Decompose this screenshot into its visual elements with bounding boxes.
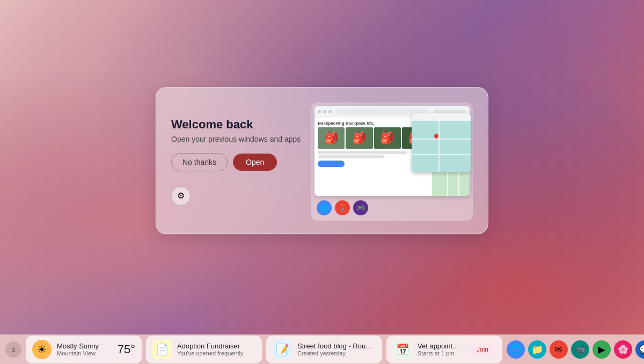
preview-app-icons: 🌐 📍 🎮 <box>314 199 470 216</box>
weather-card[interactable]: ☀ Mostly Sunny Mountain View 75° <box>26 336 142 363</box>
product-desc-line1 <box>318 151 406 154</box>
browser-dot-3 <box>328 110 332 113</box>
fundraiser-icon: 📄 <box>152 340 172 359</box>
product-item-2: 🎒 <box>346 127 372 149</box>
dock-play[interactable]: ▶ <box>592 340 611 359</box>
launcher-button[interactable]: ○ <box>5 341 21 358</box>
settings-icon-button[interactable]: ⚙ <box>171 186 191 206</box>
blog-title: Street food blog - Rough draft <box>297 342 376 350</box>
preview-map-overlay <box>412 113 471 172</box>
map-overlay-road1 <box>412 139 471 140</box>
vet-title: Vet appointment <box>418 342 464 350</box>
files-dock-icon: 📁 <box>531 344 543 355</box>
dialog-title: Welcome back <box>171 118 301 132</box>
browser-dot-1 <box>318 110 321 113</box>
dock-gmail[interactable]: ✉ <box>550 340 568 359</box>
blog-card[interactable]: 📝 Street food blog - Rough draft Created… <box>266 336 382 363</box>
blog-subtitle: Created yesterday <box>297 350 376 356</box>
vet-card[interactable]: 📅 Vet appointment Starts at 1 pm Join <box>386 336 502 363</box>
fundraiser-title: Adoption Fundraiser <box>177 342 255 350</box>
dialog-left: Welcome back Open your previous windows … <box>171 118 301 206</box>
weather-title: Mostly Sunny <box>57 342 112 350</box>
system-tray: 🌐 📁 ✉ 📹 ▶ 🌸 💬 ▶ 📺 <box>507 340 644 359</box>
weather-subtitle: Mountain View <box>57 350 112 356</box>
weather-icon: ☀ <box>32 340 52 359</box>
vet-text: Vet appointment Starts at 1 pm <box>418 342 464 356</box>
photos-dock-icon: 🌸 <box>618 344 628 354</box>
dock-area: 🌐 📁 ✉ 📹 ▶ 🌸 💬 ▶ <box>507 340 644 359</box>
play-dock-icon: ▶ <box>598 344 605 355</box>
no-thanks-button[interactable]: No thanks <box>171 153 228 171</box>
vet-icon: 📅 <box>393 340 412 359</box>
chrome-icon: 🌐 <box>320 203 329 212</box>
screen-frame: Welcome back Open your previous windows … <box>10 10 634 334</box>
product-btn <box>318 161 345 167</box>
map-overlay-road3 <box>438 121 440 172</box>
taskbar: ○ ☀ Mostly Sunny Mountain View 75° 📄 Ado… <box>0 334 644 364</box>
dialog-subtitle: Open your previous windows and apps <box>171 135 301 143</box>
gmail-dock-icon: ✉ <box>555 344 562 354</box>
map-window-bar <box>412 113 471 121</box>
maps-icon: 📍 <box>338 203 347 212</box>
join-button[interactable]: Join <box>469 343 496 356</box>
suggestions-row: ☀ Mostly Sunny Mountain View 75° 📄 Adopt… <box>26 336 502 363</box>
dialog-buttons: No thanks Open <box>171 153 301 171</box>
welcome-dialog: Welcome back Open your previous windows … <box>156 87 488 234</box>
app3-icon: 🎮 <box>356 203 365 212</box>
product-item-3: 🎒 <box>374 127 401 149</box>
weather-text: Mostly Sunny Mountain View <box>57 342 112 356</box>
open-button[interactable]: Open <box>233 154 277 171</box>
dock-chrome[interactable]: 🌐 <box>507 340 525 359</box>
preview-chrome-icon: 🌐 <box>317 200 332 215</box>
dock-photos[interactable]: 🌸 <box>614 340 632 359</box>
meet-dock-icon: 📹 <box>575 344 586 354</box>
launcher-icon: ○ <box>11 345 16 354</box>
chrome-dock-icon: 🌐 <box>510 344 522 355</box>
map-overlay-road2 <box>412 154 471 155</box>
product-desc-line2 <box>318 155 384 158</box>
vet-subtitle: Starts at 1 pm <box>418 350 464 356</box>
preview-app3-icon: 🎮 <box>353 200 368 215</box>
messages-dock-icon: 💬 <box>639 344 644 354</box>
weather-temp: 75° <box>118 343 135 356</box>
product-item-1: 🎒 <box>318 127 345 149</box>
browser-dot-2 <box>323 110 326 113</box>
blog-icon: 📝 <box>273 340 292 359</box>
fundraiser-subtitle: You've opened frequently <box>177 350 255 356</box>
dialog-preview: Backpacking Backpack 65L 🎒 🎒 🎒 🎒 <box>311 103 473 221</box>
dock-files[interactable]: 📁 <box>528 340 546 359</box>
fundraiser-card[interactable]: 📄 Adoption Fundraiser You've opened freq… <box>146 336 262 363</box>
dock-messages[interactable]: 💬 <box>635 340 644 359</box>
fundraiser-text: Adoption Fundraiser You've opened freque… <box>177 342 255 356</box>
gear-icon: ⚙ <box>177 191 185 201</box>
map-window-content <box>412 121 471 172</box>
dock-meet[interactable]: 📹 <box>571 340 589 359</box>
blog-text: Street food blog - Rough draft Created y… <box>297 342 376 356</box>
dialog-settings-area: ⚙ <box>171 186 301 206</box>
preview-maps-icon: 📍 <box>335 200 350 215</box>
